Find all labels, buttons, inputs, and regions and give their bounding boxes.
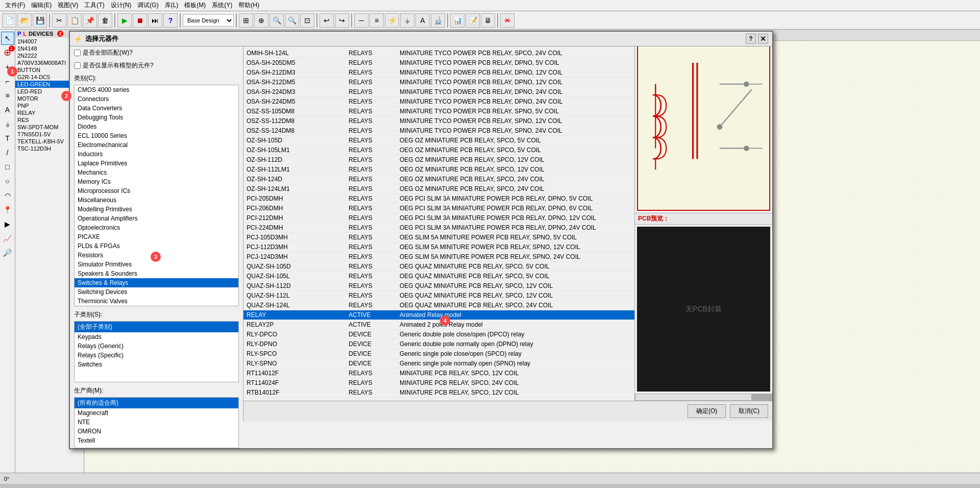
table-row[interactable]: OSZ-SS-105DM8RELAYSMINIATURE TYCO POWER … bbox=[243, 107, 634, 116]
table-row[interactable]: RLY-SPCODEVICEGeneric single pole close/… bbox=[243, 349, 634, 359]
table-row[interactable]: QUAZ-SH-124LRELAYSOEG QUAZ MINIATURE PCB… bbox=[243, 301, 634, 310]
table-row[interactable]: RELAY2PACTIVEAnimated 2 poles Relay mode… bbox=[243, 320, 634, 330]
table-row[interactable]: OSA-SH-212DM3RELAYSMINIATURE TYCO POWER … bbox=[243, 68, 634, 78]
category-item[interactable]: Speakers & Sounders bbox=[75, 269, 238, 278]
table-row[interactable]: QUAZ-SH-105LRELAYSOEG QUAZ MINIATURE PCB… bbox=[243, 272, 634, 281]
category-item[interactable]: Memory ICs bbox=[75, 177, 238, 186]
table-row[interactable]: OSZ-SS-112DM8RELAYSMINIATURE TYCO POWER … bbox=[243, 116, 634, 126]
category-item[interactable]: Thermionic Valves bbox=[75, 297, 238, 306]
category-item[interactable]: ECL 10000 Series bbox=[75, 131, 238, 140]
table-row[interactable]: RTB14012FRELAYSMINIATURE PCB RELAY, SPCO… bbox=[243, 388, 634, 398]
table-row[interactable]: OZ-SH-105LM1RELAYSOEG OZ MINIATURE PCB R… bbox=[243, 145, 634, 155]
category-item[interactable]: Electromechanical bbox=[75, 140, 238, 150]
results-scroll[interactable]: OMIH-SH-112LRELAYSMINIATURE TYCO POWER P… bbox=[243, 46, 634, 398]
category-item[interactable]: Data Converters bbox=[75, 104, 238, 113]
table-row[interactable]: PCJ-105D3MHRELAYSOEG SLIM 5A MINITURE PO… bbox=[243, 233, 634, 242]
table-cell: RELAYS bbox=[346, 58, 397, 67]
manufacturer-item[interactable]: Magnecraft bbox=[75, 408, 238, 418]
table-cell: RELAYS bbox=[346, 184, 397, 193]
table-cell: Animated Relay model bbox=[397, 310, 634, 320]
table-row[interactable]: QUAZ-SH-112LRELAYSOEG QUAZ MINIATURE PCB… bbox=[243, 291, 634, 301]
category-item[interactable]: Diodes bbox=[75, 122, 238, 131]
table-row[interactable]: QUAZ-SH-105DRELAYSOEG QUAZ MINIATURE PCB… bbox=[243, 262, 634, 272]
table-row[interactable]: PCI-206DMHRELAYSOEG PCI SLIM 3A MINIATUR… bbox=[243, 204, 634, 213]
subcategory-item[interactable]: Relays (Specific) bbox=[75, 351, 238, 360]
dialog-close-btn[interactable]: ✕ bbox=[758, 34, 768, 44]
category-item[interactable]: Switching Devices bbox=[75, 287, 238, 297]
table-row[interactable]: OSA-SH-224DM5RELAYSMINIATURE TYCO POWER … bbox=[243, 97, 634, 107]
table-cell: MINIATURE TYCO POWER PCB RELAY, DPNO, 5V… bbox=[397, 58, 634, 67]
table-cell: MINIATURE PCB RELAY, SPCO, 12V COIL bbox=[397, 369, 634, 378]
table-cell: PCI-205DMH bbox=[243, 194, 346, 203]
manufacturer-item[interactable]: Textell bbox=[75, 436, 238, 445]
table-row[interactable]: OZ-SH-124LM1RELAYSOEG OZ MINIATURE PCB R… bbox=[243, 184, 634, 194]
table-row[interactable]: RLY-SPNODEVICEGeneric single pole normal… bbox=[243, 359, 634, 369]
category-item[interactable]: CMOS 4000 series bbox=[75, 85, 238, 94]
category-item[interactable]: PLDs & FPGAs bbox=[75, 241, 238, 251]
preview-pcb-label: PCB预览： bbox=[635, 213, 772, 225]
category-item[interactable]: Optoelectronics bbox=[75, 223, 238, 232]
table-cell: RELAYS bbox=[346, 194, 397, 203]
table-row[interactable]: OZ-SH-124DRELAYSOEG OZ MINIATURE PCB REL… bbox=[243, 175, 634, 184]
table-cell: OSA-SH-224DM3 bbox=[243, 87, 346, 96]
table-row[interactable]: QUAZ-SH-112DRELAYSOEG QUAZ MINIATURE PCB… bbox=[243, 281, 634, 291]
category-item[interactable]: Mechanics bbox=[75, 168, 238, 177]
category-item[interactable]: Switches & Relays bbox=[75, 278, 238, 287]
table-row[interactable]: OZ-SH-105DRELAYSOEG OZ MINIATURE PCB REL… bbox=[243, 136, 634, 145]
subcategory-item[interactable]: (全部子类别) bbox=[75, 322, 238, 332]
category-item[interactable]: Debugging Tools bbox=[75, 113, 238, 122]
table-cell: RT114024F bbox=[243, 378, 346, 387]
category-item[interactable]: Miscellaneous bbox=[75, 196, 238, 205]
table-cell: OZ-SH-112D bbox=[243, 155, 346, 164]
table-cell: RELAYS bbox=[346, 145, 397, 155]
table-row[interactable]: OMIH-SH-124LRELAYSMINIATURE TYCO POWER P… bbox=[243, 48, 634, 58]
table-row[interactable]: PCJ-112D3MHRELAYSOEG SLIM 5A MINITURE PO… bbox=[243, 242, 634, 252]
table-row[interactable]: OZ-SH-112DRELAYSOEG OZ MINIATURE PCB REL… bbox=[243, 155, 634, 165]
table-cell: PCJ-124D3MH bbox=[243, 252, 346, 261]
subcategory-item[interactable]: Relays (Generic) bbox=[75, 341, 238, 351]
table-cell: MINIATURE TYCO POWER PCB RELAY, SPNO, 12… bbox=[397, 116, 634, 126]
match-all-checkbox[interactable] bbox=[74, 50, 81, 56]
table-row[interactable]: OSA-SH-205DM5RELAYSMINIATURE TYCO POWER … bbox=[243, 58, 634, 68]
table-row[interactable]: OZ-SH-112LM1RELAYSOEG OZ MINIATURE PCB R… bbox=[243, 165, 634, 175]
subcategory-item[interactable]: Keypads bbox=[75, 332, 238, 341]
manufacturer-item[interactable]: (所有的适合商) bbox=[75, 398, 238, 408]
table-row[interactable]: PCI-224DMHRELAYSOEG PCI SLIM 3A MINIATUR… bbox=[243, 223, 634, 233]
table-row[interactable]: OSA-SH-212DM5RELAYSMINIATURE TYCO POWER … bbox=[243, 78, 634, 87]
category-item[interactable]: Laplace Primitives bbox=[75, 159, 238, 168]
table-cell: RELAYS bbox=[346, 301, 397, 310]
table-row[interactable]: OSZ-SS-124DM8RELAYSMINIATURE TYCO POWER … bbox=[243, 126, 634, 136]
table-cell: RELAYS bbox=[346, 213, 397, 223]
pcb-scrollbar[interactable] bbox=[635, 394, 772, 401]
table-cell: OSA-SH-224DM5 bbox=[243, 97, 346, 106]
annotation-badge-4: 4 bbox=[440, 315, 450, 326]
category-item[interactable]: Operational Amplifiers bbox=[75, 214, 238, 223]
category-item[interactable]: PICAXE bbox=[75, 232, 238, 241]
table-row[interactable]: PCJ-124D3MHRELAYSOEG SLIM 5A MINITURE PO… bbox=[243, 252, 634, 262]
manufacturer-section: 生产商(M): (所有的适合商)MagnecraftNTEOMRONTextel… bbox=[74, 386, 239, 448]
manufacturer-item[interactable]: OMRON bbox=[75, 427, 238, 436]
table-cell: DEVICE bbox=[346, 359, 397, 368]
table-row[interactable]: RT114012FRELAYSMINIATURE PCB RELAY, SPCO… bbox=[243, 369, 634, 378]
show-model-checkbox[interactable] bbox=[74, 62, 81, 69]
table-row[interactable]: PCI-212DMHRELAYSOEG PCI SLIM 3A MINIATUR… bbox=[243, 213, 634, 223]
table-row[interactable]: OSA-SH-224DM3RELAYSMINIATURE TYCO POWER … bbox=[243, 87, 634, 97]
subcategory-item[interactable]: Switches bbox=[75, 360, 238, 369]
manufacturer-item[interactable]: NTE bbox=[75, 418, 238, 427]
dialog-left-panel: 关键字(D): 是否全部匹配(W)? 是否仅显示有模型的元件? 类别(C): C… bbox=[70, 46, 243, 421]
category-item[interactable]: Microprocessor ICs bbox=[75, 186, 238, 196]
category-item[interactable]: Inductors bbox=[75, 150, 238, 159]
cancel-button[interactable]: 取消(C) bbox=[730, 404, 768, 418]
preview-pcb-canvas: 无PCB封装 bbox=[637, 227, 770, 392]
table-row[interactable]: RT114024FRELAYSMINIATURE PCB RELAY, SPCO… bbox=[243, 378, 634, 388]
table-row[interactable]: RLY-DPCODEVICEGeneric double pole close/… bbox=[243, 330, 634, 339]
table-row[interactable]: PCI-205DMHRELAYSOEG PCI SLIM 3A MINIATUR… bbox=[243, 194, 634, 204]
ok-button[interactable]: 确定(O) bbox=[688, 404, 726, 418]
table-cell: RELAYS bbox=[346, 155, 397, 164]
category-item[interactable]: Modelling Primitives bbox=[75, 205, 238, 214]
category-item[interactable]: Connectors bbox=[75, 94, 238, 104]
dialog-title-text: 选择元器件 bbox=[85, 34, 118, 43]
dialog-help-btn[interactable]: ? bbox=[746, 34, 756, 44]
table-row[interactable]: RELAYACTIVEAnimated Relay model bbox=[243, 310, 634, 320]
table-row[interactable]: RLY-DPNODEVICEGeneric double pole normal… bbox=[243, 339, 634, 349]
